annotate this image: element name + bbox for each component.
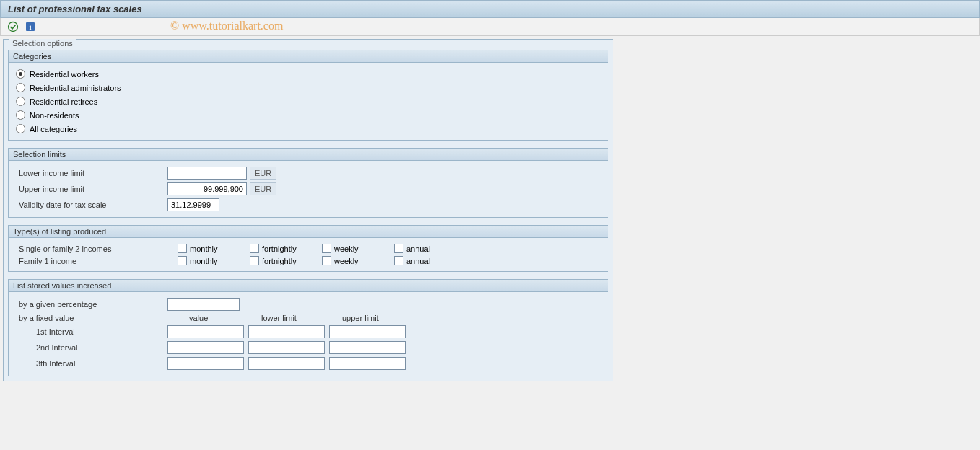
selection-limits-content: Lower income limit EUR Upper income limi… xyxy=(9,161,608,217)
interval-2-lower[interactable] xyxy=(248,341,325,354)
svg-text:i: i xyxy=(29,22,31,31)
categories-content: Residential workers Residential administ… xyxy=(9,63,608,140)
execute-icon[interactable] xyxy=(6,20,19,33)
interval-2-value[interactable] xyxy=(167,341,244,354)
watermark: © www.tutorialkart.com xyxy=(170,19,283,32)
checkbox-monthly-label: monthly xyxy=(190,244,218,253)
checkbox-monthly-2[interactable] xyxy=(178,256,187,265)
checkbox-annual-2[interactable] xyxy=(394,256,403,265)
checkbox-weekly-cell: weekly xyxy=(322,244,394,253)
checkbox-monthly-cell: monthly xyxy=(178,256,250,265)
radio-icon xyxy=(16,83,25,92)
interval-3-lower[interactable] xyxy=(248,357,325,370)
checkbox-monthly-cell: monthly xyxy=(178,244,250,253)
checkbox-annual-cell: annual xyxy=(394,256,466,265)
checkbox-weekly-2[interactable] xyxy=(322,256,331,265)
radio-residential-administrators[interactable]: Residential administrators xyxy=(16,81,600,94)
listing-row-family1: Family 1 income monthly fortnightly week… xyxy=(16,255,600,267)
checkbox-annual-label: annual xyxy=(406,244,430,253)
listing-types-content: Single or family 2 incomes monthly fortn… xyxy=(9,238,608,271)
percentage-input[interactable] xyxy=(167,298,240,311)
listing-row-single: Single or family 2 incomes monthly fortn… xyxy=(16,242,600,255)
checkbox-monthly-label: monthly xyxy=(190,257,218,265)
listing-types-title: Type(s) of listing produced xyxy=(9,226,608,238)
fixed-header-row: by a fixed value value lower limit upper… xyxy=(16,312,600,324)
selection-limits-title: Selection limits xyxy=(9,149,608,161)
radio-label: Non-residents xyxy=(30,111,79,120)
interval-3-value[interactable] xyxy=(167,357,244,370)
lower-limit-label: Lower income limit xyxy=(16,169,167,177)
svg-point-0 xyxy=(9,22,18,32)
interval-row-3: 3th Interval xyxy=(16,356,600,371)
interval-1-lower[interactable] xyxy=(248,325,325,338)
checkbox-weekly-label: weekly xyxy=(334,244,359,253)
checkbox-annual[interactable] xyxy=(394,244,403,253)
increased-content: by a given percentage by a fixed value v… xyxy=(9,292,608,376)
listing-types-group: Type(s) of listing produced Single or fa… xyxy=(8,225,608,272)
interval-2-upper[interactable] xyxy=(329,341,406,354)
radio-label: Residential administrators xyxy=(30,84,121,92)
app-toolbar: i © www.tutorialkart.com xyxy=(0,18,980,36)
col-lower-header: lower limit xyxy=(248,314,329,322)
validity-date-row: Validity date for tax scale xyxy=(16,197,600,213)
selection-options-panel: Selection options Categories Residential… xyxy=(3,39,613,381)
radio-label: Residential workers xyxy=(30,70,99,79)
checkbox-fortnightly-cell: fortnightly xyxy=(250,256,322,265)
upper-limit-row: Upper income limit EUR xyxy=(16,181,600,197)
radio-icon xyxy=(16,110,25,120)
checkbox-fortnightly-label: fortnightly xyxy=(262,244,297,253)
categories-title: Categories xyxy=(9,50,608,63)
interval-1-upper[interactable] xyxy=(329,325,406,338)
radio-icon xyxy=(16,124,25,133)
interval-row-2: 2nd Interval xyxy=(16,340,600,356)
checkbox-fortnightly[interactable] xyxy=(250,244,259,253)
radio-residential-retirees[interactable]: Residential retirees xyxy=(16,94,600,108)
checkbox-weekly-cell: weekly xyxy=(322,256,394,265)
radio-icon xyxy=(16,69,25,79)
checkbox-annual-label: annual xyxy=(406,257,430,265)
lower-limit-currency: EUR xyxy=(250,167,276,180)
listing-row-label: Family 1 income xyxy=(16,257,178,265)
radio-label: Residential retirees xyxy=(30,97,97,106)
increased-title: List stored values increased xyxy=(9,280,608,292)
interval-label: 1st Interval xyxy=(16,327,167,336)
validity-date-label: Validity date for tax scale xyxy=(16,200,167,209)
lower-limit-input[interactable] xyxy=(167,167,247,180)
checkbox-weekly-label: weekly xyxy=(334,257,359,265)
interval-label: 3th Interval xyxy=(16,359,167,368)
checkbox-weekly[interactable] xyxy=(322,244,331,253)
checkbox-monthly[interactable] xyxy=(178,244,187,253)
validity-date-input[interactable] xyxy=(167,198,219,211)
window-title-bar: List of professional tax scales xyxy=(0,0,980,18)
percentage-row: by a given percentage xyxy=(16,296,600,312)
checkbox-fortnightly-cell: fortnightly xyxy=(250,244,322,253)
fixed-label: by a fixed value xyxy=(16,314,167,322)
radio-residential-workers[interactable]: Residential workers xyxy=(16,67,600,81)
interval-3-upper[interactable] xyxy=(329,357,406,370)
interval-row-1: 1st Interval xyxy=(16,324,600,340)
listing-row-label: Single or family 2 incomes xyxy=(16,244,178,253)
increased-group: List stored values increased by a given … xyxy=(8,279,608,376)
selection-options-label: Selection options xyxy=(9,39,76,48)
upper-limit-label: Upper income limit xyxy=(16,185,167,193)
interval-1-value[interactable] xyxy=(167,325,244,338)
window-title: List of professional tax scales xyxy=(8,4,142,14)
lower-limit-row: Lower income limit EUR xyxy=(16,165,600,181)
col-value-header: value xyxy=(167,314,248,322)
categories-group: Categories Residential workers Residenti… xyxy=(8,50,608,141)
upper-limit-currency: EUR xyxy=(250,182,276,195)
checkbox-fortnightly-2[interactable] xyxy=(250,256,259,265)
radio-all-categories[interactable]: All categories xyxy=(16,122,600,136)
percentage-label: by a given percentage xyxy=(16,300,167,309)
interval-label: 2nd Interval xyxy=(16,343,167,352)
upper-limit-input[interactable] xyxy=(167,182,247,195)
col-upper-header: upper limit xyxy=(329,314,410,322)
info-icon[interactable]: i xyxy=(24,20,37,33)
checkbox-fortnightly-label: fortnightly xyxy=(262,257,297,265)
checkbox-annual-cell: annual xyxy=(394,244,466,253)
radio-label: All categories xyxy=(30,125,77,133)
radio-non-residents[interactable]: Non-residents xyxy=(16,108,600,122)
radio-icon xyxy=(16,97,25,106)
selection-limits-group: Selection limits Lower income limit EUR … xyxy=(8,148,608,218)
